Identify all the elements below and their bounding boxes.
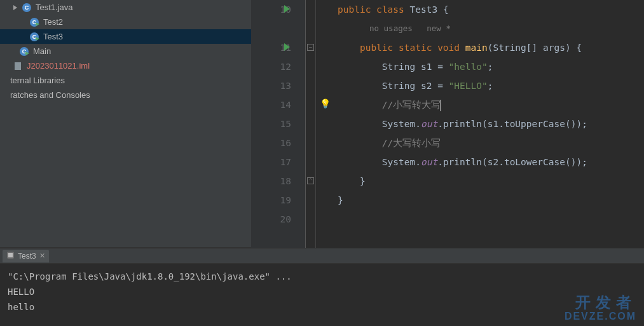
console-line: "C:\Program Files\Java\jdk1.8.0_192\bin\… bbox=[8, 269, 636, 284]
code-line[interactable]: String s1 = "hello"; bbox=[338, 57, 644, 76]
tree-item-main[interactable]: CMain bbox=[0, 44, 251, 58]
tree-item-test3[interactable]: CTest3 bbox=[0, 29, 251, 44]
run-tab-label-text: Test3 bbox=[18, 252, 36, 261]
code-line[interactable]: public class Test3 { bbox=[338, 0, 644, 19]
run-tool-window[interactable]: Test3 ✕ "C:\Program Files\Java\jdk1.8.0_… bbox=[0, 248, 644, 326]
fold-icon[interactable]: − bbox=[307, 44, 314, 51]
run-tab[interactable]: Test3 ✕ bbox=[3, 250, 49, 262]
line-number[interactable]: 20 bbox=[251, 210, 291, 229]
tree-item-label: J2023011021.iml bbox=[27, 61, 90, 71]
line-number-gutter[interactable]: 1011121314151617181920 bbox=[251, 0, 306, 248]
close-icon[interactable]: ✕ bbox=[39, 252, 45, 260]
line-number[interactable]: 15 bbox=[251, 114, 291, 133]
class-run-icon: C bbox=[19, 46, 29, 57]
intention-bulb-icon[interactable]: 💡 bbox=[320, 98, 331, 109]
console-line: hello bbox=[8, 299, 636, 315]
project-tree[interactable]: CTest1.javaCTest2CTest3CMainJ2023011021.… bbox=[0, 0, 251, 248]
code-line[interactable]: //小写转大写 bbox=[338, 95, 644, 114]
line-number[interactable]: 11 bbox=[251, 38, 291, 57]
line-number[interactable]: 17 bbox=[251, 153, 291, 172]
console-line: HELLO bbox=[8, 284, 636, 299]
tree-item-ratches-and-consoles[interactable]: ratches and Consoles bbox=[0, 88, 251, 102]
tree-item-label: Test3 bbox=[43, 32, 63, 41]
run-config-icon bbox=[6, 251, 15, 261]
code-line[interactable]: } bbox=[338, 191, 644, 210]
class-run-icon: C bbox=[29, 17, 39, 27]
svg-rect-14 bbox=[8, 253, 13, 257]
line-number[interactable]: 14 bbox=[251, 95, 291, 114]
line-number[interactable]: 12 bbox=[251, 57, 291, 76]
java-class-icon: C bbox=[22, 3, 32, 13]
tree-item-test1-java[interactable]: CTest1.java bbox=[0, 0, 251, 15]
code-line[interactable] bbox=[338, 210, 644, 229]
code-line[interactable]: //大写转小写 bbox=[338, 133, 644, 153]
line-number[interactable]: 19 bbox=[251, 191, 291, 210]
line-number[interactable]: 13 bbox=[251, 76, 291, 95]
tree-item-label: ternal Libraries bbox=[10, 76, 65, 85]
fold-column[interactable]: −⌃ bbox=[306, 0, 316, 248]
line-number[interactable]: 16 bbox=[251, 133, 291, 153]
run-tab-bar[interactable]: Test3 ✕ bbox=[0, 248, 644, 264]
svg-rect-12 bbox=[15, 62, 21, 70]
chevron-right-icon[interactable] bbox=[11, 4, 19, 11]
run-gutter-icon[interactable] bbox=[284, 43, 290, 51]
class-run-icon: C bbox=[29, 32, 39, 42]
marker-column[interactable]: 💡 bbox=[316, 0, 334, 248]
console-output[interactable]: "C:\Program Files\Java\jdk1.8.0_192\bin\… bbox=[0, 264, 644, 326]
file-icon bbox=[13, 61, 23, 71]
code-line[interactable]: } bbox=[338, 172, 644, 191]
code-line[interactable]: public static void main(String[] args) { bbox=[338, 38, 644, 57]
code-area[interactable]: public class Test3 {no usages new * publ… bbox=[334, 0, 644, 248]
svg-marker-0 bbox=[13, 5, 17, 10]
tree-item-ternal-libraries[interactable]: ternal Libraries bbox=[0, 73, 251, 88]
tree-item-label: Main bbox=[33, 46, 51, 56]
fold-icon[interactable]: ⌃ bbox=[307, 177, 314, 184]
tree-item-label: ratches and Consoles bbox=[10, 90, 90, 100]
svg-text:C: C bbox=[25, 4, 29, 11]
code-line[interactable]: System.out.println(s2.toLowerCase()); bbox=[338, 153, 644, 172]
code-line[interactable]: String s2 = "HELLO"; bbox=[338, 76, 644, 95]
tree-item-label: Test1.java bbox=[36, 3, 73, 12]
line-number[interactable] bbox=[251, 19, 291, 38]
run-gutter-icon[interactable] bbox=[284, 5, 290, 13]
line-number[interactable]: 10 bbox=[251, 0, 291, 19]
inlay-hint: no usages new * bbox=[338, 19, 644, 38]
tree-item-j2023011021-iml[interactable]: J2023011021.iml bbox=[0, 58, 251, 73]
tree-item-test2[interactable]: CTest2 bbox=[0, 15, 251, 29]
code-line[interactable]: System.out.println(s1.toUpperCase()); bbox=[338, 114, 644, 133]
code-editor[interactable]: 1011121314151617181920 −⌃ 💡 public class… bbox=[251, 0, 644, 248]
tree-item-label: Test2 bbox=[43, 17, 63, 27]
line-number[interactable]: 18 bbox=[251, 172, 291, 191]
